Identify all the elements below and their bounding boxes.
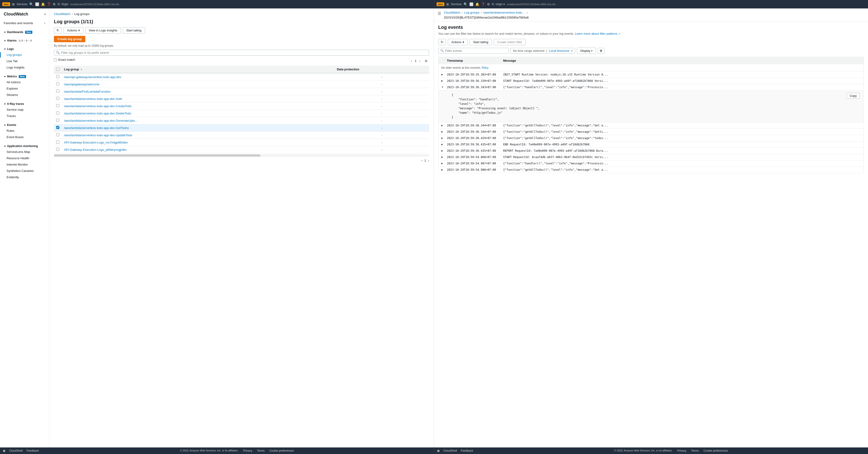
events-refresh-button[interactable]: ↻	[438, 39, 446, 45]
settings-icon-right[interactable]: ⚙	[487, 2, 490, 6]
sidebar-item-service-map[interactable]: Service map	[0, 107, 49, 113]
row-checkbox[interactable]	[56, 111, 59, 114]
row-checkbox[interactable]	[56, 82, 59, 85]
event-row-header[interactable]: ▶ 2023-10-29T10:59:35.383+07:00 INIT_STA…	[438, 72, 864, 78]
sidebar-item-log-groups[interactable]: Log groups	[0, 52, 49, 58]
cloud9-icon-right[interactable]: ⬜	[469, 2, 473, 6]
display-button[interactable]: Display ▾	[577, 48, 596, 54]
table-row[interactable]: /aws/lambda/serverless-todo-app-dev-Dele…	[54, 110, 429, 117]
log-group-link[interactable]: /aws/apigateway/welcome	[64, 83, 99, 86]
row-checkbox[interactable]	[56, 97, 59, 100]
actions-button[interactable]: Actions ▾	[63, 27, 84, 33]
select-all-checkbox[interactable]	[56, 68, 59, 71]
sidebar-group-metrics[interactable]: ▼ Metrics New	[0, 73, 49, 79]
bell-icon[interactable]: 🔔	[41, 2, 45, 6]
prev-page-button[interactable]: ‹	[409, 59, 413, 63]
bottom-prev-button[interactable]: ‹	[421, 159, 423, 162]
sidebar-group-app-monitoring[interactable]: ▼ Application monitoring	[0, 142, 49, 149]
hamburger-icon[interactable]: ☰	[438, 11, 441, 16]
row-checkbox[interactable]	[56, 148, 59, 151]
sidebar-item-synthetics[interactable]: Synthetics Canaries	[0, 168, 49, 174]
sidebar-group-alarms[interactable]: ▼ Alarms ⚠ 0 ○ 0 ○ 0	[0, 36, 49, 43]
right-bc-log-group-name[interactable]: /aws/lambda/serverless-todo-app-dev-GetT…	[483, 11, 525, 14]
event-row-header[interactable]: ▶ 2023-10-29T10:59:54.868+07:00 START Re…	[438, 154, 864, 160]
log-group-link[interactable]: /aws/api-gateway/serverless-todo-app-dev	[64, 75, 121, 79]
account-region[interactable]: N. Virgin	[58, 3, 68, 6]
sidebar-item-favorites[interactable]: Favorites and recents ›	[0, 20, 49, 26]
nav-services[interactable]: Services	[17, 3, 27, 6]
event-row-header[interactable]: ▶ 2023-10-29T10:59:36.344+07:00 {"functi…	[438, 129, 864, 135]
refresh-button[interactable]: ↻	[54, 27, 62, 33]
row-checkbox[interactable]	[56, 140, 59, 143]
time-range-selector[interactable]: No time range selected | Local timezone …	[510, 48, 575, 54]
log-group-link[interactable]: /aws/lambda/serverless-todo-app-dev-Dele…	[64, 112, 131, 115]
row-checkbox[interactable]	[56, 75, 59, 78]
breadcrumb-cloudwatch[interactable]: CloudWatch	[54, 12, 70, 16]
search-icon-right[interactable]: 🔍	[464, 2, 467, 6]
events-actions-button[interactable]: Actions ▾	[448, 39, 468, 45]
log-group-link[interactable]: /aws/lambda/serverless-todo-app-dev-Gene…	[64, 119, 137, 122]
log-group-link[interactable]: /aws/lambda/FirstLambdaFunction	[64, 90, 111, 93]
sidebar-group-dashboards[interactable]: ▼ Dashboards New	[0, 28, 49, 35]
filter-input[interactable]	[61, 51, 427, 54]
events-start-tailing-button[interactable]: Start tailing	[470, 39, 492, 45]
privacy-link-left[interactable]: Privacy	[243, 449, 252, 452]
privacy-link-right[interactable]: Privacy	[677, 449, 686, 452]
event-row-header[interactable]: ▶ 2023-10-29T10:59:36.429+07:00 {"functi…	[438, 135, 864, 141]
bottom-next-button[interactable]: ›	[428, 159, 429, 162]
sidebar-item-all-metrics[interactable]: All metrics	[0, 79, 49, 85]
sidebar-item-explorer[interactable]: Explorer	[0, 85, 49, 92]
event-row-header[interactable]: ▶ 2023-10-29T10:59:36.435+07:00 REPORT R…	[438, 148, 864, 154]
sidebar-group-xray[interactable]: ▼ X-Ray traces	[0, 100, 49, 107]
sidebar-item-servicelens-map[interactable]: ServiceLens Map	[0, 149, 49, 155]
retry-link[interactable]: Retry	[482, 66, 489, 69]
cookie-link-left[interactable]: Cookie preferences	[269, 449, 293, 452]
sidebar-item-logs-insights[interactable]: Logs Insights	[0, 64, 49, 70]
log-group-link[interactable]: API-Gateway-Execution-Logs_mx7mlgpl60/de…	[64, 141, 128, 144]
event-row-header[interactable]: ▼ 2023-10-29T10:59:36.343+07:00 {"functi…	[438, 84, 864, 90]
next-page-button[interactable]: ›	[418, 59, 422, 63]
start-tailing-button[interactable]: Start tailing	[123, 27, 145, 33]
event-row-header[interactable]: ▶ 2023-10-29T10:59:54.907+07:00 {"functi…	[438, 161, 864, 167]
bell-icon-right[interactable]: 🔔	[475, 2, 479, 6]
account-region-right[interactable]: N. Virgin ▾	[492, 3, 505, 6]
cookie-link-right[interactable]: Cookie preferences	[704, 449, 728, 452]
sidebar-item-traces[interactable]: Traces	[0, 113, 49, 119]
sidebar-group-events[interactable]: ▼ Events	[0, 121, 49, 127]
events-filter-input[interactable]	[445, 49, 506, 53]
sidebar-item-event-buses[interactable]: Event Buses	[0, 134, 49, 140]
table-row[interactable]: /aws/api-gateway/serverless-todo-app-dev…	[54, 73, 429, 81]
row-checkbox[interactable]	[56, 119, 59, 122]
row-checkbox[interactable]	[56, 126, 59, 129]
sidebar-item-rules[interactable]: Rules	[0, 127, 49, 134]
table-row[interactable]: API-Gateway-Execution-Logs_q59dcyvvgj/de…	[54, 146, 429, 153]
log-group-link[interactable]: /aws/lambda/serverless-todo-app-dev-Crea…	[64, 104, 131, 108]
log-groups-filter[interactable]: 🔍	[54, 50, 429, 56]
create-log-group-button[interactable]: Create log group	[54, 36, 85, 42]
event-row-header[interactable]: ▶ 2023-10-29T10:59:36.339+07:00 START Re…	[438, 78, 864, 84]
exact-match-checkbox[interactable]	[54, 58, 57, 61]
exact-match-label[interactable]: Exact match	[58, 58, 75, 61]
right-bc-cloudwatch[interactable]: CloudWatch	[444, 11, 460, 14]
right-bc-log-groups[interactable]: Log groups	[464, 11, 479, 14]
table-row[interactable]: API-Gateway-Execution-Logs_mx7mlgpl60/de…	[54, 139, 429, 146]
nav-services-right[interactable]: Services	[451, 3, 462, 6]
learn-more-link[interactable]: Learn more about filter patterns ↗	[575, 32, 620, 35]
table-row[interactable]: /aws/lambda/serverless-todo-app-dev-Upda…	[54, 132, 429, 139]
search-icon[interactable]: 🔍	[29, 2, 33, 6]
feedback-link-right[interactable]: Feedback	[461, 449, 473, 452]
settings-icon[interactable]: ⚙	[53, 2, 56, 6]
terms-link-left[interactable]: Terms	[257, 449, 265, 452]
table-settings-button[interactable]: ⚙	[423, 59, 429, 63]
help-icon[interactable]: ❓	[47, 2, 51, 6]
event-row-header[interactable]: ▶ 2023-10-29T10:59:36.344+07:00 {"functi…	[438, 122, 864, 129]
event-row-header[interactable]: ▶ 2023-10-29T10:59:54.908+07:00 {"functi…	[438, 167, 864, 173]
table-row[interactable]: /aws/lambda/serverless-todo-app-dev-Auth…	[54, 95, 429, 103]
row-checkbox[interactable]	[56, 90, 59, 93]
sidebar-item-resource-health[interactable]: Resource Health	[0, 155, 49, 161]
events-settings-button[interactable]: ⚙	[598, 48, 604, 54]
copy-button[interactable]: Copy	[847, 93, 860, 99]
row-checkbox[interactable]	[56, 133, 59, 136]
help-icon-right[interactable]: ❓	[481, 2, 485, 6]
sidebar-item-live-tail[interactable]: Live Tail	[0, 58, 49, 64]
